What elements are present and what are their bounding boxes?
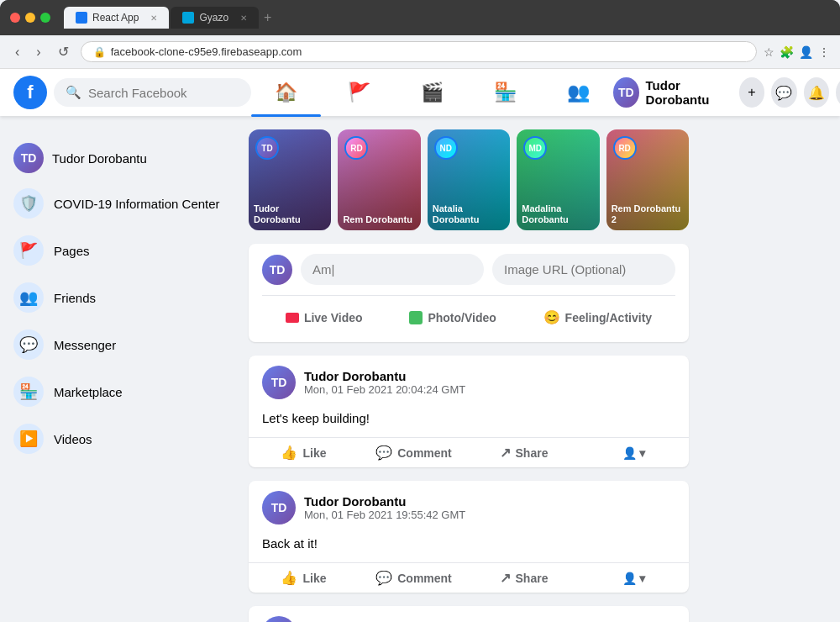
chevron-button[interactable]: ▾	[836, 77, 840, 108]
sidebar-item-marketplace[interactable]: 🏪 Marketplace	[7, 368, 228, 415]
close-window-button[interactable]	[10, 13, 20, 23]
post-1-comment-button[interactable]: 💬 Comment	[359, 438, 469, 467]
story-avatar-placeholder-3: ND	[436, 138, 456, 158]
nav-groups[interactable]: 👥	[543, 75, 613, 110]
story-name-3: Natalia Dorobantu	[433, 203, 505, 225]
sidebar-label-messenger: Messenger	[54, 338, 116, 352]
sidebar-user-name: Tudor Dorobantu	[52, 151, 147, 166]
like-icon-2: 👍	[281, 570, 297, 586]
nav-home[interactable]: 🏠	[251, 75, 321, 110]
post-2-privacy-button[interactable]: 👤 ▾	[579, 565, 689, 592]
post-1-privacy-button[interactable]: 👤 ▾	[579, 440, 689, 466]
story-4[interactable]: MD Madalina Dorobantu	[517, 129, 599, 230]
feed: TD Tudor Dorobantu RD Rem Dorobantu	[235, 129, 702, 622]
story-name-4: Madalina Dorobantu	[522, 203, 594, 225]
post-3-header: TD Tudor Dorobantu	[249, 606, 689, 622]
window-controls	[10, 13, 50, 23]
tab-close-react-app[interactable]: ✕	[150, 13, 157, 23]
back-button[interactable]: ‹	[10, 41, 24, 63]
post-text-input[interactable]	[301, 254, 484, 285]
post-3: TD Tudor Dorobantu	[249, 606, 689, 622]
new-tab-button[interactable]: +	[264, 10, 271, 25]
post-creator: TD Live Video Photo/Video	[249, 244, 689, 342]
share-label-1: Share	[516, 446, 549, 460]
sidebar-item-covid[interactable]: 🛡️ COVID-19 Information Center	[7, 180, 228, 227]
photo-video-label: Photo/Video	[428, 311, 496, 324]
feeling-button[interactable]: 😊 Feeling/Activity	[533, 303, 662, 332]
photo-video-button[interactable]: Photo/Video	[399, 303, 506, 332]
post-creator-top: TD	[262, 254, 675, 285]
post-1-time: Mon, 01 Feb 2021 20:04:24 GMT	[304, 383, 465, 396]
covid-icon: 🛡️	[13, 188, 44, 219]
post-1-share-button[interactable]: ↗ Share	[469, 438, 579, 467]
feeling-icon: 😊	[543, 309, 560, 325]
tab-favicon-fb	[76, 12, 87, 24]
friends-icon: 👥	[13, 282, 44, 313]
story-avatar-5: RD	[613, 136, 637, 160]
fb-app: f 🔍 🏠 🚩 🎬 🏪 👥	[0, 69, 840, 622]
story-avatar-3: ND	[434, 136, 458, 160]
maximize-window-button[interactable]	[40, 13, 50, 23]
sidebar-user-profile[interactable]: TD Tudor Dorobantu	[7, 136, 228, 180]
nav-center: 🏠 🚩 🎬 🏪 👥	[251, 75, 613, 110]
search-input[interactable]	[88, 86, 239, 100]
sidebar-item-pages[interactable]: 🚩 Pages	[7, 227, 228, 274]
sidebar-label-pages: Pages	[54, 244, 90, 258]
post-divider	[262, 295, 675, 296]
extensions-icon[interactable]: 🧩	[780, 45, 794, 59]
privacy-icon-2: 👤 ▾	[622, 572, 646, 585]
top-navigation: f 🔍 🏠 🚩 🎬 🏪 👥	[0, 69, 840, 116]
post-2-comment-button[interactable]: 💬 Comment	[359, 563, 469, 593]
marketplace-icon: 🏪	[494, 82, 517, 103]
profile-icon[interactable]: 👤	[799, 45, 813, 59]
post-2-header: TD Tudor Dorobantu Mon, 01 Feb 2021 19:5…	[249, 481, 689, 535]
sidebar-item-messenger[interactable]: 💬 Messenger	[7, 321, 228, 368]
tab-label-gyazo: Gyazo	[199, 12, 228, 24]
nav-marketplace[interactable]: 🏪	[470, 75, 540, 110]
bookmark-icon[interactable]: ☆	[764, 45, 774, 59]
messenger-button[interactable]: 💬	[771, 77, 797, 108]
tab-close-gyazo[interactable]: ✕	[240, 13, 247, 23]
menu-icon[interactable]: ⋮	[818, 45, 830, 59]
search-bar[interactable]: 🔍	[54, 78, 251, 107]
post-2-like-button[interactable]: 👍 Like	[249, 563, 359, 593]
nav-watch[interactable]: 🎬	[397, 75, 467, 110]
sidebar-label-videos: Videos	[54, 432, 92, 446]
post-2-share-button[interactable]: ↗ Share	[469, 563, 579, 593]
post-2-content: Back at it!	[249, 535, 689, 562]
reload-button[interactable]: ↺	[53, 40, 74, 63]
story-5[interactable]: RD Rem Dorobantu 2	[606, 129, 689, 230]
story-2[interactable]: RD Rem Dorobantu	[338, 129, 420, 230]
story-1[interactable]: TD Tudor Dorobantu	[249, 129, 331, 230]
user-name-nav: Tudor Dorobantu	[646, 78, 732, 107]
nav-flag[interactable]: 🚩	[324, 75, 394, 110]
lock-icon: 🔒	[93, 46, 106, 58]
toolbar-actions: ☆ 🧩 👤 ⋮	[764, 45, 830, 59]
address-bar[interactable]: 🔒 facebook-clone-c95e9.firebaseapp.com	[81, 41, 757, 62]
user-avatar-nav[interactable]: TD	[613, 77, 639, 108]
forward-button[interactable]: ›	[31, 41, 45, 63]
comment-icon-2: 💬	[375, 570, 392, 586]
add-button[interactable]: +	[739, 77, 765, 108]
like-icon: 👍	[281, 445, 297, 461]
right-sidebar	[702, 129, 840, 622]
minimize-window-button[interactable]	[25, 13, 35, 23]
sidebar-label-friends: Friends	[54, 291, 96, 305]
post-2-footer: 👍 Like 💬 Comment ↗ Share 👤 ▾	[249, 562, 689, 593]
live-video-button[interactable]: Live Video	[276, 303, 373, 332]
sidebar-item-videos[interactable]: ▶️ Videos	[7, 415, 228, 462]
notifications-button[interactable]: 🔔	[804, 77, 830, 108]
tab-react-app[interactable]: React App ✕	[64, 7, 169, 29]
sidebar-item-friends[interactable]: 👥 Friends	[7, 274, 228, 321]
story-name-1: Tudor Dorobantu	[254, 203, 326, 225]
post-image-url-input[interactable]	[492, 254, 675, 285]
privacy-icon: 👤 ▾	[622, 446, 646, 460]
story-avatar-placeholder-1: TD	[257, 138, 277, 158]
post-2-meta: Tudor Dorobantu Mon, 01 Feb 2021 19:55:4…	[304, 494, 465, 521]
post-2-avatar: TD	[262, 491, 296, 524]
story-3[interactable]: ND Natalia Dorobantu	[428, 129, 510, 230]
post-1-like-button[interactable]: 👍 Like	[249, 438, 359, 467]
post-2-author: Tudor Dorobantu	[304, 494, 465, 509]
tab-gyazo[interactable]: Gyazo ✕	[171, 7, 259, 29]
groups-icon: 👥	[567, 82, 590, 103]
